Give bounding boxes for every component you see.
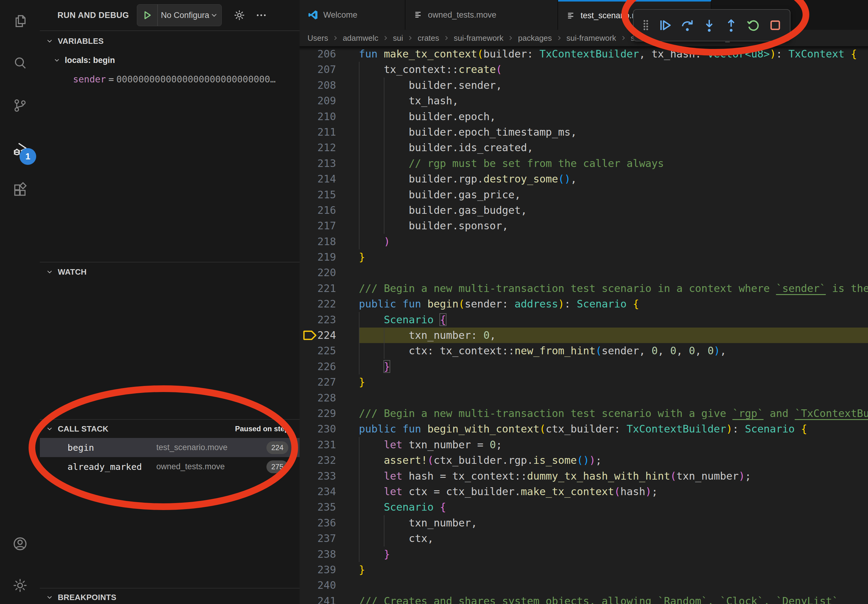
code-line[interactable]: 207 tx_context::create( [299,62,868,77]
code-line[interactable]: 208 builder.sender, [299,77,868,93]
code-line[interactable]: 238 } [299,547,868,562]
gutter[interactable]: 207 [299,62,359,77]
code-line[interactable]: 226 } [299,359,868,375]
gutter[interactable]: 226 [299,359,359,375]
gutter[interactable]: 224 [299,328,359,343]
code-line[interactable]: 214 builder.rgp.destroy_some(), [299,171,868,187]
settings-gear-icon[interactable] [0,571,40,599]
code-line[interactable]: 217 builder.sponsor, [299,218,868,234]
gutter[interactable]: 230 [299,421,359,437]
variables-section-header[interactable]: VARIABLES [40,34,299,48]
gutter[interactable]: 232 [299,452,359,468]
gutter[interactable]: 220 [299,265,359,280]
code-line[interactable]: 219} [299,249,868,265]
continue-button[interactable] [657,15,674,36]
code-line[interactable]: 240 [299,578,868,593]
gutter[interactable]: 236 [299,515,359,531]
debug-settings-gear-icon[interactable] [233,9,245,21]
chevron-down-icon[interactable] [210,11,219,19]
code-line[interactable]: 211 builder.epoch_timestamp_ms, [299,124,868,140]
gutter[interactable]: 211 [299,124,359,140]
gutter[interactable]: 229 [299,406,359,421]
gutter[interactable]: 215 [299,187,359,203]
gutter[interactable]: 237 [299,531,359,546]
step-into-button[interactable] [701,15,718,36]
code-line[interactable]: 241/// Creates and shares system objects… [299,593,868,604]
gutter[interactable]: 234 [299,484,359,499]
call-stack-section-header[interactable]: CALL STACK Paused on step [40,422,299,436]
code-line[interactable]: 233 let hash = tx_context::dummy_tx_hash… [299,468,868,484]
breadcrumb-item[interactable]: sui [393,34,403,43]
extensions-icon[interactable] [0,176,40,204]
gutter[interactable]: 223 [299,312,359,328]
gutter[interactable]: 213 [299,156,359,171]
stop-button[interactable] [767,15,784,36]
watch-section-header[interactable]: WATCH [40,265,299,279]
code-line[interactable]: 222public fun begin(sender: address): Sc… [299,296,868,312]
breadcrumb-item[interactable]: sui-framework [454,34,503,43]
code-line[interactable]: 215 builder.gas_price, [299,187,868,203]
code-line[interactable]: 221/// Begin a new multi-transaction tes… [299,281,868,296]
code-line[interactable]: 227} [299,375,868,390]
gutter[interactable]: 238 [299,547,359,562]
code-line[interactable]: 235 Scenario { [299,499,868,515]
toolbar-drag-handle[interactable] [640,15,652,36]
code-line[interactable]: 234 let ctx = ctx_builder.make_tx_contex… [299,484,868,499]
gutter[interactable]: 218 [299,234,359,249]
source-control-icon[interactable] [0,91,40,119]
gutter[interactable]: 216 [299,203,359,218]
code-line[interactable]: 229/// Begin a new multi-transaction tes… [299,406,868,421]
restart-button[interactable] [745,15,762,36]
explorer-icon[interactable] [0,7,40,35]
gutter[interactable]: 210 [299,109,359,124]
code-area[interactable]: 206fun make_tx_context(builder: TxContex… [299,46,868,604]
tab-owned-tests[interactable]: owned_tests.move [405,0,558,30]
gutter[interactable]: 225 [299,343,359,359]
gutter[interactable]: 241 [299,593,359,604]
code-line[interactable]: 230public fun begin_with_context(ctx_bui… [299,421,868,437]
breadcrumb-item[interactable]: sui-framework [567,34,616,43]
code-line[interactable]: 213 // rgp must be set from the caller a… [299,156,868,171]
step-over-button[interactable] [679,15,696,36]
code-line[interactable]: 210 builder.epoch, [299,109,868,124]
gutter[interactable]: 222 [299,296,359,312]
gutter[interactable]: 233 [299,468,359,484]
search-icon[interactable] [0,49,40,77]
gutter[interactable]: 206 [299,46,359,62]
code-line[interactable]: 212 builder.ids_created, [299,140,868,155]
gutter[interactable]: 217 [299,218,359,234]
breadcrumb-item[interactable]: adamwelc [343,34,378,43]
tab-welcome[interactable]: Welcome [299,0,405,30]
gutter[interactable]: 219 [299,249,359,265]
account-icon[interactable] [0,530,40,558]
gutter[interactable]: 240 [299,578,359,593]
gutter[interactable]: 235 [299,499,359,515]
code-line[interactable]: 216 builder.gas_budget, [299,203,868,218]
code-line[interactable]: 239} [299,562,868,578]
breadcrumb-item[interactable]: packages [518,34,552,43]
gutter[interactable]: 212 [299,140,359,155]
variables-scope-row[interactable]: locals: begin [40,53,299,67]
code-line[interactable]: 231 let txn_number = 0; [299,437,868,452]
debug-config-dropdown[interactable]: No Configura [158,11,209,20]
gutter[interactable]: 214 [299,171,359,187]
step-out-button[interactable] [722,15,740,36]
gutter[interactable]: 239 [299,562,359,578]
code-line[interactable]: 220 [299,265,868,280]
start-debugging-button[interactable] [137,5,157,26]
stack-frame[interactable]: already_marked owned_tests.move 275 [40,457,299,476]
more-actions-icon[interactable] [255,9,267,21]
code-line[interactable]: 225 ctx: tx_context::new_from_hint(sende… [299,343,868,359]
stack-frame[interactable]: begin test_scenario.move 224 [40,438,299,457]
code-line[interactable]: 223 Scenario { [299,312,868,328]
code-line[interactable]: 228 [299,390,868,406]
code-line[interactable]: 206fun make_tx_context(builder: TxContex… [299,46,868,62]
code-line[interactable]: 237 ctx, [299,531,868,546]
code-line[interactable]: 224 txn_number: 0, [299,328,868,343]
gutter[interactable]: 228 [299,390,359,406]
gutter[interactable]: 209 [299,93,359,108]
gutter[interactable]: 231 [299,437,359,452]
gutter[interactable]: 227 [299,375,359,390]
breadcrumb-item[interactable]: crates [418,34,439,43]
gutter[interactable]: 208 [299,77,359,93]
